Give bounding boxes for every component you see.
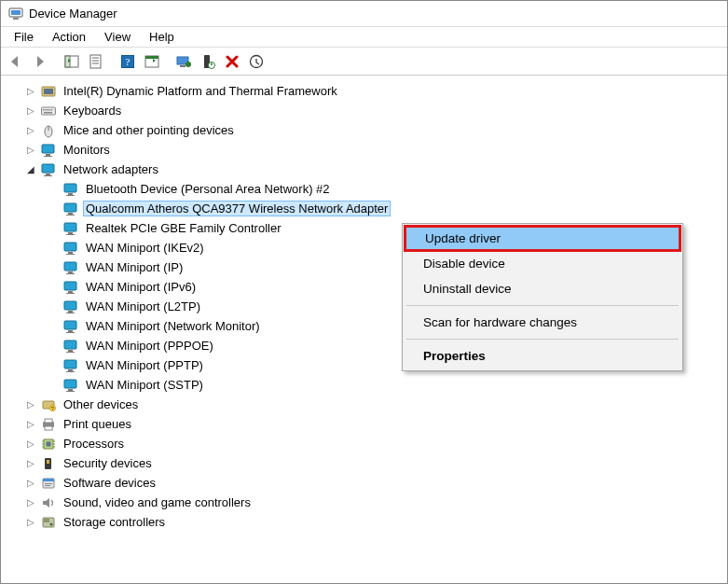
device-manager-icon (8, 7, 23, 21)
menubar: File Action View Help (1, 27, 727, 48)
expand-toggle[interactable]: ▷ (23, 84, 38, 99)
expand-toggle[interactable]: ▷ (23, 417, 38, 432)
tree-device[interactable]: Qualcomm Atheros QCA9377 Wireless Networ… (1, 199, 727, 218)
svg-rect-54 (64, 301, 76, 310)
mouse-icon (40, 122, 57, 139)
expand-toggle[interactable]: ▷ (23, 143, 38, 158)
tree-category[interactable]: ▷ Sound, video and game controllers (1, 493, 727, 512)
window-title: Device Manager (29, 7, 117, 21)
network-icon (40, 161, 57, 178)
device-tree[interactable]: ▷ Intel(R) Dynamic Platform and Thermal … (1, 76, 727, 584)
expand-toggle[interactable]: ▷ (23, 515, 38, 530)
svg-rect-64 (68, 369, 73, 371)
svg-rect-40 (68, 213, 73, 215)
disable-device-button[interactable] (197, 50, 219, 73)
update-driver-button[interactable] (172, 50, 195, 73)
svg-rect-73 (45, 419, 52, 423)
tree-category[interactable]: ▷ ? Other devices (1, 395, 727, 414)
svg-rect-66 (64, 380, 76, 388)
expand-toggle[interactable]: ▷ (23, 476, 38, 491)
device-label: WAN Miniport (L2TP) (83, 299, 203, 314)
context-uninstall-device[interactable]: Uninstall device (405, 276, 680, 301)
context-update-driver[interactable]: Update driver (406, 228, 679, 249)
svg-rect-68 (66, 391, 75, 392)
svg-rect-34 (46, 174, 50, 175)
tree-device[interactable]: Bluetooth Device (Personal Area Network)… (1, 179, 727, 199)
svg-rect-1 (11, 10, 21, 15)
tree-category[interactable]: ▷ Keyboards (1, 101, 727, 120)
expand-toggle[interactable]: ▷ (23, 397, 38, 412)
context-disable-device[interactable]: Disable device (405, 251, 680, 276)
back-button[interactable] (5, 50, 27, 73)
device-label: WAN Miniport (Network Monitor) (83, 318, 263, 334)
context-properties[interactable]: Properties (405, 343, 680, 368)
svg-rect-44 (66, 234, 75, 235)
network-adapter-icon (62, 181, 79, 198)
uninstall-device-button[interactable] (221, 50, 243, 73)
svg-rect-53 (66, 293, 75, 294)
network-adapter-icon (62, 240, 79, 257)
svg-rect-86 (43, 479, 54, 481)
svg-rect-33 (42, 164, 54, 173)
svg-rect-56 (66, 313, 75, 313)
network-adapter-icon (62, 259, 79, 276)
menu-view[interactable]: View (95, 28, 140, 46)
tree-category[interactable]: ▷ Storage controllers (1, 512, 727, 532)
svg-rect-21 (42, 107, 56, 115)
svg-rect-87 (45, 483, 52, 484)
category-label: Monitors (61, 142, 113, 158)
menu-file[interactable]: File (5, 28, 43, 46)
category-label: Intel(R) Dynamic Platform and Thermal Fr… (61, 83, 340, 99)
security-icon (40, 455, 57, 472)
expand-toggle[interactable]: ▷ (23, 123, 38, 138)
show-hide-tree-button[interactable] (61, 50, 83, 73)
expand-toggle[interactable]: ▷ (23, 495, 38, 510)
monitor-icon (40, 142, 57, 159)
svg-rect-32 (44, 156, 52, 157)
tree-category[interactable]: ▷ Mice and other pointing devices (1, 120, 727, 140)
category-label: Security devices (61, 455, 155, 471)
context-separator (406, 339, 679, 340)
svg-rect-12 (145, 56, 158, 59)
scan-hardware-button[interactable] (141, 50, 163, 73)
tree-category[interactable]: ▷ Monitors (1, 140, 727, 160)
tree-category[interactable]: ◢ Network adapters (1, 160, 727, 179)
category-label: Print queues (61, 416, 134, 432)
svg-rect-51 (64, 282, 76, 290)
network-adapter-icon (62, 299, 79, 315)
network-adapter-icon (62, 279, 79, 296)
tree-category[interactable]: ▷ Intel(R) Dynamic Platform and Thermal … (1, 81, 727, 101)
svg-rect-38 (66, 195, 75, 196)
svg-rect-58 (68, 330, 73, 332)
svg-rect-35 (44, 175, 52, 176)
category-label: Processors (61, 436, 127, 452)
context-scan-hardware[interactable]: Scan for hardware changes (405, 310, 680, 335)
menu-action[interactable]: Action (43, 28, 95, 46)
enable-device-button[interactable] (245, 50, 268, 73)
svg-rect-65 (66, 371, 75, 372)
help-button[interactable]: ? (117, 50, 139, 73)
expand-toggle[interactable]: ▷ (23, 437, 38, 452)
tree-category[interactable]: ▷ Print queues (1, 414, 727, 434)
svg-rect-31 (46, 154, 50, 156)
category-label: Keyboards (61, 103, 124, 118)
tree-category[interactable]: ▷ Software devices (1, 473, 727, 493)
tree-device[interactable]: WAN Miniport (SSTP) (1, 375, 727, 395)
category-label: Network adapters (61, 161, 161, 177)
properties-button[interactable] (85, 50, 107, 73)
expand-toggle[interactable]: ◢ (23, 162, 38, 177)
printer-icon (40, 416, 57, 433)
menu-help[interactable]: Help (140, 28, 184, 46)
tree-category[interactable]: ▷ Security devices (1, 453, 727, 473)
svg-rect-37 (68, 193, 73, 195)
expand-toggle[interactable]: ▷ (23, 456, 38, 471)
tree-category[interactable]: ▷ Processors (1, 434, 727, 453)
svg-rect-49 (68, 271, 73, 273)
category-label: Software devices (61, 475, 158, 491)
category-label: Other devices (61, 396, 141, 412)
platform-icon (40, 83, 57, 100)
svg-rect-48 (64, 262, 76, 271)
device-label: Realtek PCIe GBE Family Controller (83, 220, 284, 236)
expand-toggle[interactable]: ▷ (23, 104, 38, 118)
forward-button[interactable] (29, 50, 51, 73)
